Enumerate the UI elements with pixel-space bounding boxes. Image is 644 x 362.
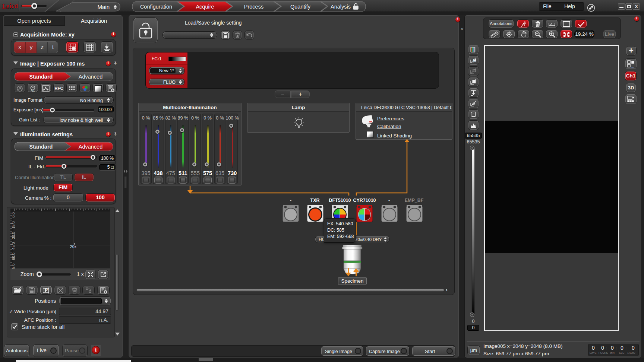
svg-text:75.0: 75.0	[16, 268, 21, 268]
svg-text:Configuration: Configuration	[140, 4, 172, 10]
svg-text:Standard: Standard	[29, 74, 53, 80]
svg-text:Advanced: Advanced	[79, 74, 103, 80]
svg-text:Advanced: Advanced	[79, 144, 103, 150]
svg-text:Acquire: Acquire	[196, 4, 214, 10]
svg-text:P: P	[45, 288, 47, 292]
svg-text:Quantify: Quantify	[290, 4, 311, 10]
svg-text:20x: 20x	[70, 244, 77, 249]
svg-text:...: ...	[631, 64, 634, 68]
svg-text:ALL: ALL	[31, 90, 35, 92]
svg-text:Standard: Standard	[29, 144, 53, 150]
svg-text:Analysis: Analysis	[331, 4, 351, 10]
svg-text:Process: Process	[244, 4, 263, 10]
svg-text:M: M	[473, 58, 476, 62]
